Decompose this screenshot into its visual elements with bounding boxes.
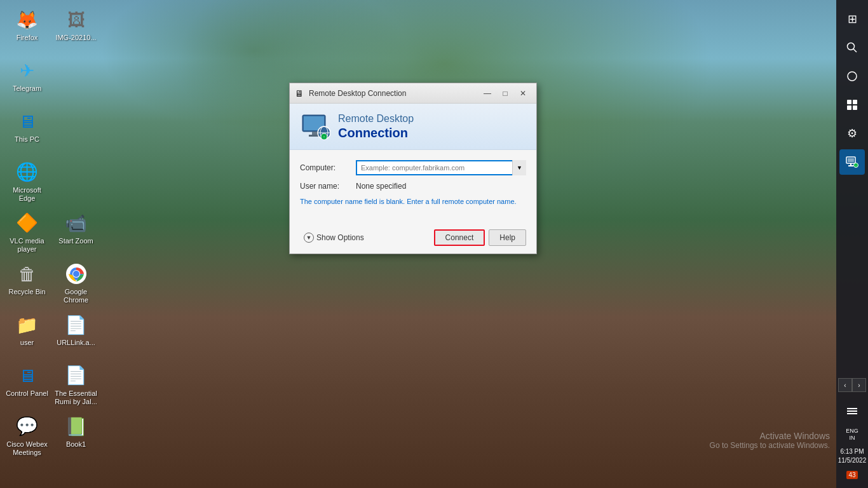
svg-point-13 xyxy=(848,43,855,50)
username-label: User name: xyxy=(300,182,351,191)
webex-icon: 💬 xyxy=(15,414,40,439)
desktop-icon-rumi[interactable]: 📄 The Essential Rumi by Jal... xyxy=(52,359,100,410)
book-icon: 📗 xyxy=(64,414,89,439)
firefox-icon: 🦊 xyxy=(15,7,40,32)
activate-line2: Go to Settings to activate Windows. xyxy=(710,441,830,450)
maximize-button[interactable]: □ xyxy=(497,87,513,100)
help-button[interactable]: Help xyxy=(489,229,526,246)
chrome-label: Google Chrome xyxy=(55,288,97,304)
computer-input-wrapper: ▼ xyxy=(356,160,526,175)
desktop-icon-vlc[interactable]: 🔶 VLC media player xyxy=(3,207,51,257)
nav-right-arrow[interactable]: › xyxy=(852,378,866,392)
desktop-icon-msedge[interactable]: 🌐 Microsoft Edge xyxy=(3,156,51,207)
start-button[interactable]: ⊞ xyxy=(839,6,865,32)
desktop-icon-urllink[interactable]: 📄 URLLink.a... xyxy=(52,308,100,359)
desktop-icon-book[interactable]: 📗 Book1 xyxy=(52,410,100,461)
svg-point-3 xyxy=(73,271,79,277)
dialog-titlebar: 🖥 Remote Desktop Connection — □ ✕ xyxy=(290,83,536,104)
connect-button[interactable]: Connect xyxy=(434,229,485,246)
desktop-icon-user[interactable]: 📁 user xyxy=(3,308,51,359)
svg-rect-18 xyxy=(847,105,851,110)
dialog-titlebar-buttons: — □ ✕ xyxy=(479,87,531,100)
minimize-button[interactable]: — xyxy=(479,87,496,100)
svg-text:↑: ↑ xyxy=(855,164,857,168)
desktop-icon-cpanel[interactable]: 🖥 Control Panel xyxy=(3,359,51,410)
vlc-label: VLC media player xyxy=(6,237,48,254)
desktop-icon-zoom[interactable]: 📹 Start Zoom xyxy=(52,207,100,257)
vlc-icon: 🔶 xyxy=(15,210,40,236)
zoom-icon: 📹 xyxy=(64,210,89,236)
desktop-icon-chrome[interactable]: Google Chrome xyxy=(52,257,100,308)
telegram-icon: ✈ xyxy=(15,58,40,83)
svg-rect-17 xyxy=(853,100,857,104)
dialog-buttons: Connect Help xyxy=(434,229,526,246)
computer-row: Computer: ▼ xyxy=(300,160,526,175)
desktop-icon-img[interactable]: 🖼 IMG-20210... xyxy=(52,3,100,54)
svg-line-14 xyxy=(853,49,857,52)
book-label: Book1 xyxy=(66,440,86,449)
desktop-icon-webex[interactable]: 💬 Cisco Webex Meetings xyxy=(3,410,51,461)
dialog-body: Computer: ▼ User name: None specified Th… xyxy=(290,150,536,224)
dialog-title-left: 🖥 Remote Desktop Connection xyxy=(295,88,406,98)
show-options-button[interactable]: ▼ Show Options xyxy=(300,230,368,245)
desktop-icon-thispc[interactable]: 🖥 This PC xyxy=(3,105,51,156)
chrome-icon xyxy=(64,261,89,287)
user-label: user xyxy=(20,339,34,347)
thispc-label: This PC xyxy=(15,135,39,144)
telegram-label: Telegram xyxy=(13,85,41,93)
recycle-icon: 🗑 xyxy=(15,261,40,287)
show-options-label: Show Options xyxy=(316,233,364,242)
widgets-button[interactable] xyxy=(839,92,865,118)
dialog-warning: The computer name field is blank. Enter … xyxy=(300,197,526,207)
username-row: User name: None specified xyxy=(300,182,526,191)
desktop-icon-firefox[interactable]: 🦊 Firefox xyxy=(3,3,51,54)
settings-button[interactable]: ⚙ xyxy=(839,121,865,146)
language-indicator: ENGIN xyxy=(846,428,858,442)
show-options-icon: ▼ xyxy=(304,233,314,243)
dialog-header-line2: Connection xyxy=(338,125,414,140)
desktop-icon-telegram[interactable]: ✈ Telegram xyxy=(3,54,51,105)
user-icon: 📁 xyxy=(15,312,40,337)
computer-input[interactable] xyxy=(356,160,526,175)
close-button[interactable]: ✕ xyxy=(515,87,531,100)
activate-line1: Activate Windows xyxy=(710,431,830,441)
img-icon: 🖼 xyxy=(64,7,89,32)
dialog-footer: ▼ Show Options Connect Help xyxy=(290,224,536,254)
taskview-button[interactable] xyxy=(839,64,865,89)
nav-left-arrow[interactable]: ‹ xyxy=(838,378,852,392)
rdc-dialog: 🖥 Remote Desktop Connection — □ ✕ xyxy=(289,83,537,254)
msedge-label: Microsoft Edge xyxy=(6,186,48,203)
dialog-title-text: Remote Desktop Connection xyxy=(309,89,406,98)
nav-arrows: ‹ › xyxy=(838,378,866,392)
urllink-icon: 📄 xyxy=(64,312,89,337)
computer-dropdown-btn[interactable]: ▼ xyxy=(512,160,526,175)
date-display: 11/5/2022 xyxy=(838,456,867,465)
rdc-sidebar-icon[interactable]: ↑ xyxy=(839,149,865,175)
desktop-icon-recycle[interactable]: 🗑 Recycle Bin xyxy=(3,257,51,308)
svg-rect-22 xyxy=(850,163,851,165)
webex-label: Cisco Webex Meetings xyxy=(6,440,48,457)
firefox-label: Firefox xyxy=(17,34,38,42)
img-label: IMG-20210... xyxy=(55,34,96,42)
right-sidebar: ⊞ ⚙ xyxy=(836,0,868,488)
svg-text:↑: ↑ xyxy=(323,135,325,139)
cpanel-icon: 🖥 xyxy=(15,363,40,388)
svg-rect-26 xyxy=(847,408,857,409)
svg-rect-19 xyxy=(853,105,857,110)
svg-rect-21 xyxy=(848,158,854,162)
search-button[interactable] xyxy=(839,35,865,60)
svg-rect-16 xyxy=(847,100,851,104)
clock: 6:13 PM 11/5/2022 xyxy=(838,447,867,465)
computer-label: Computer: xyxy=(300,163,351,172)
activate-watermark: Activate Windows Go to Settings to activ… xyxy=(710,431,830,450)
recycle-label: Recycle Bin xyxy=(8,288,45,296)
svg-rect-28 xyxy=(847,413,857,414)
dialog-header-icon: ↑ xyxy=(300,111,330,142)
cpanel-label: Control Panel xyxy=(6,390,48,398)
toolbar-icon[interactable] xyxy=(839,398,865,423)
dialog-header-title: Remote Desktop Connection xyxy=(338,112,414,140)
dialog-title-icon: 🖥 xyxy=(295,88,305,98)
notifications-badge[interactable]: 43 xyxy=(846,471,857,479)
rumi-icon: 📄 xyxy=(64,363,89,388)
urllink-label: URLLink.a... xyxy=(57,339,95,347)
